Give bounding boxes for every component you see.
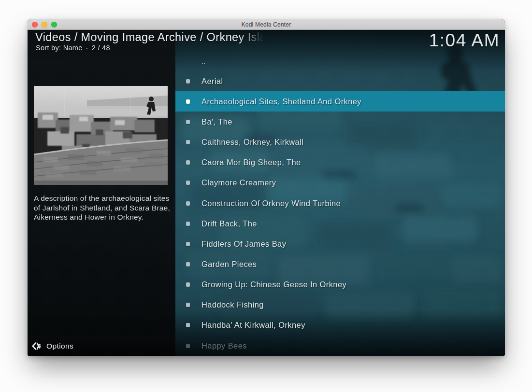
list-item[interactable]: Archaeological Sites, Shetland And Orkne… [175, 91, 505, 112]
list-item-label: Haddock Fishing [201, 300, 264, 309]
window-title: Kodi Media Center [28, 21, 505, 28]
item-bullet-icon [186, 79, 190, 84]
item-bullet-icon [186, 160, 190, 165]
list-item[interactable]: Drift Back, The [175, 213, 505, 234]
options-label: Options [46, 342, 73, 350]
list-item-label: Garden Pieces [201, 260, 257, 269]
item-bullet-icon [186, 323, 190, 327]
thumbnail-image [34, 86, 168, 185]
item-bullet-icon [186, 201, 190, 206]
list-item-label: .. [201, 57, 206, 65]
zoom-button[interactable] [51, 22, 57, 28]
list-item-label: Archaeological Sites, Shetland And Orkne… [201, 97, 361, 106]
kodi-window: Kodi Media Center [28, 19, 505, 356]
sort-status: Sort by: Name·2 / 48 [36, 44, 110, 52]
kodi-content: Videos / Moving Image Archive / Orkney I… [28, 30, 505, 356]
position-counter: 2 / 48 [92, 44, 110, 52]
list-item-label: Handba' At Kirkwall, Orkney [201, 321, 305, 330]
list-item-label: Caithness, Orkney, Kirkwall [201, 138, 303, 147]
video-thumbnail [34, 86, 168, 185]
list-item[interactable]: Haddock Fishing [175, 295, 505, 315]
list-item[interactable]: Handba' At Kirkwall, Orkney [175, 315, 505, 336]
list-item[interactable]: Garden Pieces [175, 254, 505, 274]
macos-titlebar[interactable]: Kodi Media Center [28, 19, 505, 30]
item-bullet-icon [186, 140, 190, 144]
clock: 1:04 AM [429, 30, 500, 51]
list-item[interactable]: Caora Mor Big Sheep, The [175, 153, 505, 173]
item-bullet-icon [186, 120, 190, 124]
item-bullet-icon [186, 222, 190, 226]
options-button[interactable]: Options [28, 336, 175, 356]
item-bullet-icon [186, 282, 190, 287]
list-item-label: Fiddlers Of James Bay [201, 239, 286, 249]
list-item-label: Caora Mor Big Sheep, The [201, 158, 301, 167]
list-item-label: Ba', The [201, 117, 232, 126]
list-item-label: Happy Bees [201, 341, 247, 350]
list-item[interactable]: Aerial [175, 71, 505, 91]
close-button[interactable] [32, 22, 38, 28]
list-item[interactable]: Claymore Creamery [175, 173, 505, 193]
list-item[interactable]: Construction Of Orkney Wind Turbine [175, 193, 505, 213]
item-bullet-icon [186, 242, 190, 246]
video-description: A description of the archaeological site… [34, 194, 173, 222]
info-panel: A description of the archaeological site… [28, 30, 175, 356]
options-toggle-icon [31, 341, 42, 351]
item-bullet-icon [186, 303, 190, 307]
item-bullet-icon [186, 344, 190, 348]
item-bullet-icon [186, 181, 190, 185]
list-item-label: Drift Back, The [201, 219, 257, 228]
list-item[interactable]: Happy Bees [175, 336, 505, 356]
list-item[interactable]: Fiddlers Of James Bay [175, 234, 505, 254]
item-bullet-icon [186, 262, 190, 266]
traffic-lights [32, 19, 57, 29]
sort-by-label[interactable]: Sort by: Name [36, 44, 83, 52]
list-item[interactable]: Ba', The [175, 112, 505, 132]
breadcrumb: Videos / Moving Image Archive / Orkney I… [35, 31, 266, 44]
list-item-label: Construction Of Orkney Wind Turbine [201, 199, 341, 208]
list-item[interactable]: Growing Up: Chinese Geese In Orkney [175, 275, 505, 295]
minimize-button[interactable] [42, 22, 47, 28]
item-bullet-icon [186, 99, 190, 104]
list-item[interactable]: .. [175, 51, 505, 71]
separator-dot: · [86, 44, 88, 52]
file-list: .. Aerial Archaeological Sites, Shetland… [175, 51, 505, 356]
list-item-label: Aerial [201, 77, 223, 86]
list-item[interactable]: Caithness, Orkney, Kirkwall [175, 132, 505, 153]
list-item-label: Claymore Creamery [201, 178, 276, 187]
list-item-label: Growing Up: Chinese Geese In Orkney [201, 280, 346, 289]
